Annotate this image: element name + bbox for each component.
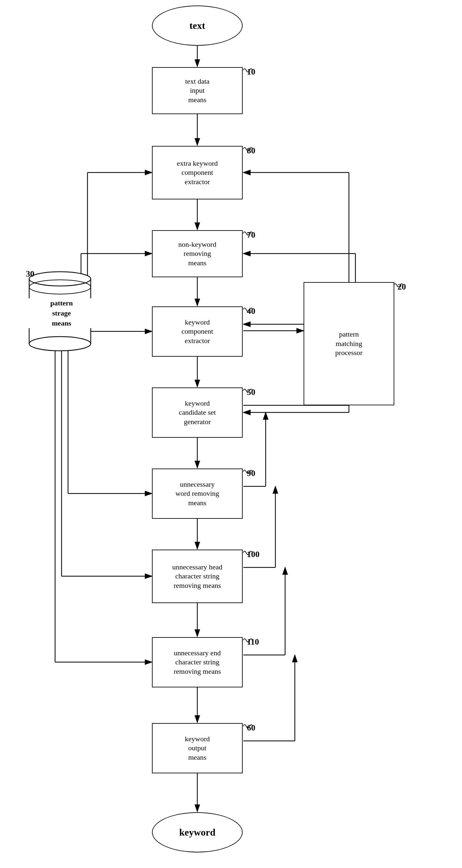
squiggle-70 <box>243 230 256 237</box>
keyword-component-box: keywordcomponentextractor <box>152 306 243 356</box>
ref-30: 30 <box>26 269 34 279</box>
unnecessary-head-box: unnecessary headcharacter stringremoving… <box>152 550 243 603</box>
squiggle-10 <box>243 67 256 73</box>
pattern-matching-box: patternmatchingprocessor <box>304 282 394 405</box>
unnecessary-word-box: unnecessaryword removingmeans <box>152 468 243 519</box>
svg-point-45 <box>29 337 91 351</box>
keyword-output-box: keywordoutputmeans <box>152 723 243 773</box>
unnecessary-end-box: unnecessary endcharacter stringremoving … <box>152 637 243 687</box>
squiggle-100 <box>243 550 256 556</box>
squiggle-110 <box>243 637 256 644</box>
squiggle-60 <box>243 723 256 730</box>
squiggle-20 <box>394 282 406 288</box>
squiggle-80 <box>243 146 256 152</box>
text-oval: text <box>152 5 243 46</box>
squiggle-90 <box>243 468 256 475</box>
svg-point-43 <box>29 272 91 286</box>
extra-keyword-box: extra keywordcomponentextractor <box>152 146 243 199</box>
non-keyword-box: non-keywordremovingmeans <box>152 230 243 277</box>
squiggle-50 <box>243 388 256 394</box>
keyword-candidate-box: keywordcandidate setgenerator <box>152 388 243 438</box>
cylinder-label: patternstragemeans <box>28 298 96 328</box>
keyword-oval: keyword <box>152 812 243 852</box>
squiggle-40 <box>243 306 256 313</box>
diagram-container: text text datainputmeans 10 extra keywor… <box>0 0 462 868</box>
text-data-input-box: text datainputmeans <box>152 67 243 114</box>
